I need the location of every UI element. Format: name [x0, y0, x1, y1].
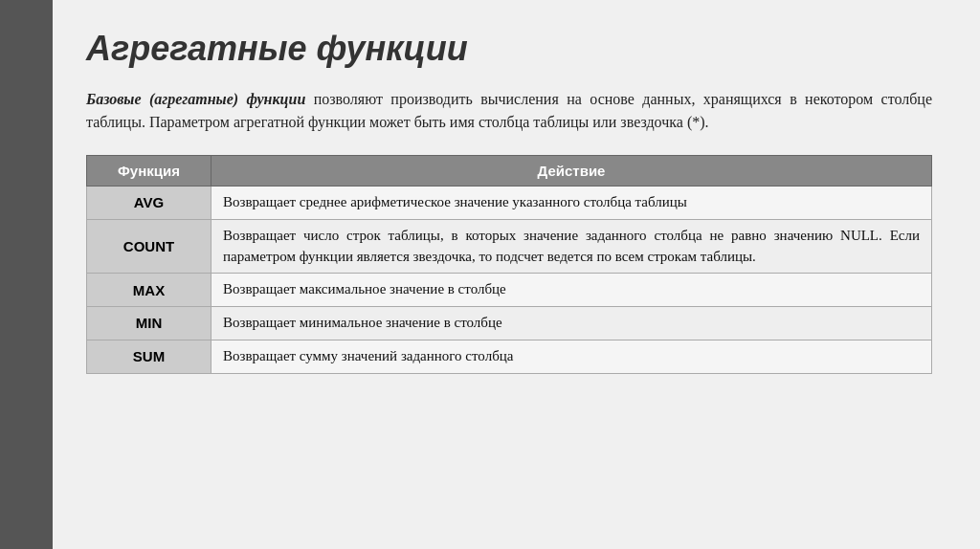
- table-row: MAXВозвращает максимальное значение в ст…: [87, 274, 932, 307]
- function-desc-cell: Возвращает сумму значений заданного стол…: [212, 340, 932, 373]
- table-body: AVGВозвращает среднее арифметическое зна…: [87, 187, 932, 374]
- functions-table: Функция Действие AVGВозвращает среднее а…: [86, 155, 932, 374]
- function-name-cell: COUNT: [87, 219, 212, 274]
- content: Агрегатные функции Базовые (агрегатные) …: [86, 29, 932, 374]
- function-name-cell: AVG: [87, 187, 212, 220]
- functions-table-container: Функция Действие AVGВозвращает среднее а…: [86, 155, 932, 374]
- table-row: MINВозвращает минимальное значение в сто…: [87, 307, 932, 340]
- col-header-action: Действие: [212, 156, 932, 187]
- col-header-function: Функция: [87, 156, 212, 187]
- table-row: SUMВозвращает сумму значений заданного с…: [87, 340, 932, 373]
- page-title: Агрегатные функции: [86, 29, 932, 69]
- function-desc-cell: Возвращает минимальное значение в столбц…: [212, 307, 932, 340]
- function-desc-cell: Возвращает число строк таблицы, в которы…: [212, 219, 932, 274]
- function-desc-cell: Возвращает среднее арифметическое значен…: [212, 187, 932, 220]
- left-bar: [0, 0, 53, 549]
- intro-bold: Базовые (агрегатные) функции: [86, 91, 305, 107]
- function-name-cell: MAX: [87, 274, 212, 307]
- function-name-cell: SUM: [87, 340, 212, 373]
- table-row: COUNTВозвращает число строк таблицы, в к…: [87, 219, 932, 274]
- function-name-cell: MIN: [87, 307, 212, 340]
- intro-paragraph: Базовые (агрегатные) функции позволяют п…: [86, 88, 932, 134]
- table-header-row: Функция Действие: [87, 156, 932, 187]
- slide: Агрегатные функции Базовые (агрегатные) …: [0, 0, 980, 549]
- function-desc-cell: Возвращает максимальное значение в столб…: [212, 274, 932, 307]
- table-row: AVGВозвращает среднее арифметическое зна…: [87, 187, 932, 220]
